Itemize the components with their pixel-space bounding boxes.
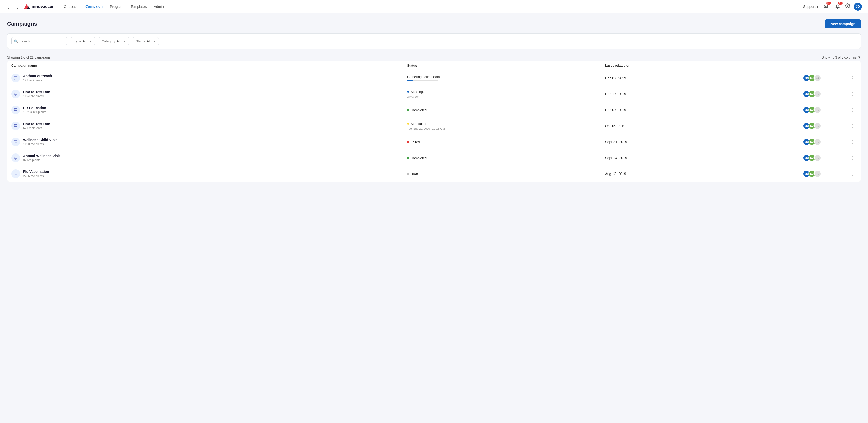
status-cell: Draft bbox=[407, 172, 605, 176]
progress-bar bbox=[407, 80, 438, 81]
table-row: HbA1c Test Due 1134 recipients Sending..… bbox=[7, 86, 861, 102]
campaign-recipients: 2256 recipients bbox=[23, 174, 49, 178]
notifications-button[interactable]: 9+ bbox=[834, 3, 842, 11]
gear-icon bbox=[845, 3, 850, 8]
campaign-recipients: 10,234 recipients bbox=[23, 110, 46, 114]
status-filter-value: All bbox=[147, 39, 150, 43]
campaign-cell: Flu Vaccination 2256 recipients bbox=[11, 169, 407, 178]
type-filter-value: All bbox=[83, 39, 86, 43]
campaign-recipients: 1134 recipients bbox=[23, 95, 50, 98]
campaign-recipients: 671 recipients bbox=[23, 126, 50, 130]
table-row: Flu Vaccination 2256 recipients Draft Au… bbox=[7, 166, 861, 182]
type-filter-label: Type bbox=[74, 39, 81, 43]
page-title: Campaigns bbox=[7, 21, 37, 27]
status-line: Scheduled bbox=[407, 122, 605, 126]
grid-icon[interactable]: ⋮⋮⋮ bbox=[6, 4, 20, 9]
main-nav: Outreach Campaign Program Templates Admi… bbox=[61, 3, 803, 10]
status-line: Sending... bbox=[407, 90, 605, 94]
campaign-cell: Wellness Child Visit 1190 recipients bbox=[11, 137, 407, 146]
status-cell: Completed bbox=[407, 108, 605, 112]
nav-admin[interactable]: Admin bbox=[151, 3, 167, 10]
avatar-group: JD NJ +2 bbox=[803, 170, 848, 177]
last-updated: Sept 21, 2019 bbox=[605, 140, 803, 144]
avatar-group: JD NJ +2 bbox=[803, 90, 848, 98]
top-navigation: ⋮⋮⋮ innovaccer Outreach Campaign Program… bbox=[0, 0, 868, 13]
campaign-cell: ER Education 10,234 recipients bbox=[11, 106, 407, 114]
campaign-recipients: 87 recipients bbox=[23, 158, 60, 162]
campaign-info: HbA1c Test Due 1134 recipients bbox=[23, 90, 50, 98]
category-filter[interactable]: Category All ▼ bbox=[99, 37, 129, 45]
more-menu-button[interactable]: ⋮ bbox=[848, 154, 857, 162]
status-dot bbox=[407, 157, 409, 159]
avatar-overflow: +2 bbox=[814, 170, 821, 177]
campaign-info: Annual Wellness Visit 87 recipients bbox=[23, 154, 60, 162]
avatar-group: JD NJ +2 bbox=[803, 138, 848, 145]
status-cell: Sending... 34% Sent bbox=[407, 90, 605, 98]
type-filter[interactable]: Type All ▼ bbox=[71, 37, 95, 45]
table-row: Wellness Child Visit 1190 recipients Fai… bbox=[7, 134, 861, 150]
status-dot bbox=[407, 141, 409, 143]
search-input[interactable] bbox=[11, 37, 67, 45]
status-text: Scheduled bbox=[411, 122, 426, 126]
status-text: Completed bbox=[411, 156, 427, 160]
campaign-info: Asthma outreach 123 recipients bbox=[23, 74, 52, 82]
last-updated: Dec 17, 2019 bbox=[605, 92, 803, 96]
status-dot bbox=[407, 123, 409, 125]
avatar-overflow: +2 bbox=[814, 154, 821, 161]
table-row: HbA1c Test Due 671 recipients Scheduled … bbox=[7, 118, 861, 134]
last-updated: Aug 12, 2019 bbox=[605, 172, 803, 176]
campaign-cell: HbA1c Test Due 1134 recipients bbox=[11, 90, 407, 98]
campaign-table: Campaign name Status Last updated on Ast… bbox=[7, 61, 861, 182]
nav-templates[interactable]: Templates bbox=[127, 3, 150, 10]
campaign-name: HbA1c Test Due bbox=[23, 122, 50, 126]
progress-bar-fill bbox=[407, 80, 413, 81]
more-menu-button[interactable]: ⋮ bbox=[848, 90, 857, 98]
status-dot bbox=[407, 173, 409, 175]
avatar-group: JD NJ +2 bbox=[803, 74, 848, 82]
showing-count: Showing 1-8 of 21 campaigns bbox=[7, 56, 51, 59]
nav-program[interactable]: Program bbox=[107, 3, 126, 10]
user-avatar[interactable]: JD bbox=[854, 3, 862, 11]
search-icon: 🔍 bbox=[14, 39, 18, 43]
filter-bar: 🔍 Type All ▼ Category All ▼ Status All ▼ bbox=[7, 33, 861, 49]
avatar-group: JD NJ +2 bbox=[803, 154, 848, 161]
page-wrapper: Campaigns New campaign 🔍 Type All ▼ Cate… bbox=[0, 13, 868, 423]
settings-button[interactable] bbox=[845, 3, 850, 10]
category-filter-label: Category bbox=[102, 39, 115, 43]
chevron-down-icon: ▾ bbox=[816, 5, 818, 9]
new-campaign-button[interactable]: New campaign bbox=[825, 19, 861, 28]
category-filter-value: All bbox=[117, 39, 120, 43]
last-updated: Dec 07, 2019 bbox=[605, 108, 803, 112]
status-line: Failed bbox=[407, 140, 605, 144]
more-menu-button[interactable]: ⋮ bbox=[848, 138, 857, 145]
campaign-cell: HbA1c Test Due 671 recipients bbox=[11, 122, 407, 130]
nav-outreach[interactable]: Outreach bbox=[61, 3, 82, 10]
messages-button[interactable]: 9+ bbox=[822, 3, 830, 11]
more-menu-button[interactable]: ⋮ bbox=[848, 170, 857, 177]
avatar-overflow: +2 bbox=[814, 106, 821, 113]
status-line: Completed bbox=[407, 156, 605, 160]
status-cell: Gathering patient data... bbox=[407, 75, 605, 81]
campaign-type-icon bbox=[11, 154, 20, 162]
status-cell: Completed bbox=[407, 156, 605, 160]
more-menu-button[interactable]: ⋮ bbox=[848, 106, 857, 114]
campaign-type-icon bbox=[11, 122, 20, 130]
support-menu[interactable]: Support ▾ bbox=[803, 5, 818, 9]
status-text: Gathering patient data... bbox=[407, 75, 605, 79]
status-text: Sending... bbox=[411, 90, 426, 94]
nav-campaign[interactable]: Campaign bbox=[83, 3, 106, 10]
page-header: Campaigns New campaign bbox=[7, 19, 861, 28]
more-menu-button[interactable]: ⋮ bbox=[848, 122, 857, 130]
last-updated: Dec 07, 2019 bbox=[605, 76, 803, 80]
table-row: ER Education 10,234 recipients Completed… bbox=[7, 102, 861, 118]
more-menu-button[interactable]: ⋮ bbox=[848, 74, 857, 82]
campaign-name: Wellness Child Visit bbox=[23, 138, 57, 142]
messages-icon bbox=[824, 4, 829, 9]
campaign-name: HbA1c Test Due bbox=[23, 90, 50, 94]
status-filter[interactable]: Status All ▼ bbox=[132, 37, 159, 45]
columns-toggle[interactable]: Showing 3 of 3 columns ▼ bbox=[822, 56, 861, 59]
avatar-group: JD NJ +2 bbox=[803, 122, 848, 129]
campaign-info: Wellness Child Visit 1190 recipients bbox=[23, 138, 57, 146]
avatar-group: JD NJ +2 bbox=[803, 106, 848, 113]
campaign-name: Annual Wellness Visit bbox=[23, 154, 60, 158]
